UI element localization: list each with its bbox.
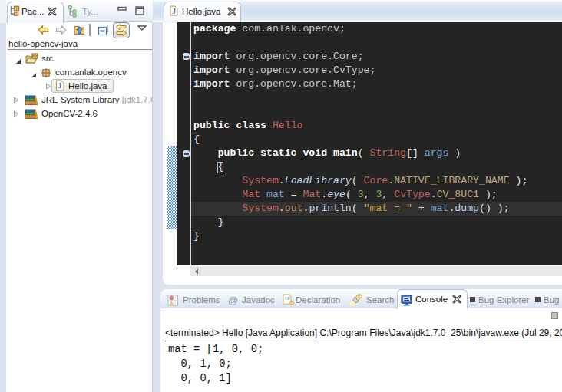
- svg-text:J: J: [172, 8, 176, 15]
- svg-text:J: J: [58, 81, 62, 90]
